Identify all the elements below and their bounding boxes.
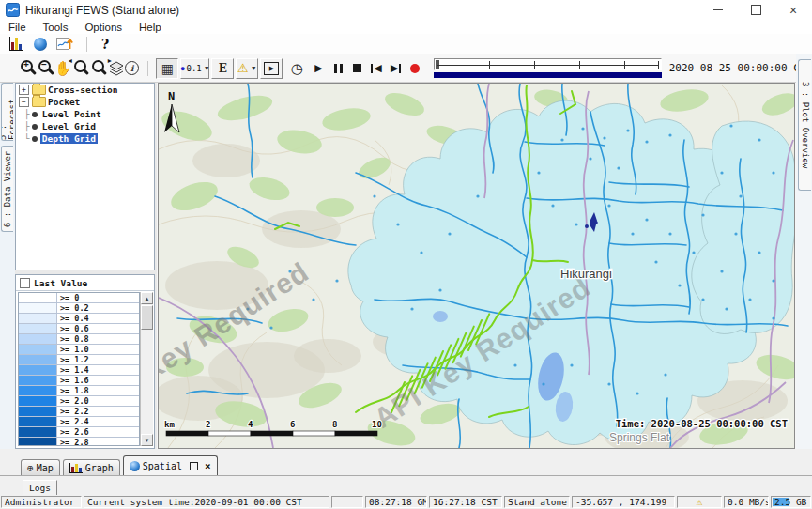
skip-end-button[interactable]: ▶ [389,59,403,78]
legend-row[interactable]: >= 1.4 [19,365,139,376]
panel-close-icon[interactable]: × [205,461,211,471]
logs-button[interactable]: Logs [23,480,57,496]
tree-item-level-grid[interactable]: ├ Level Grid [16,120,154,132]
legend-row-label: >= 1.4 [57,365,139,375]
legend-row[interactable]: >= 2.4 [19,417,139,427]
level-point-dot [758,251,760,254]
legend-color-swatch [19,407,57,416]
menu-tools[interactable]: Tools [35,22,77,33]
tab-plot-overview[interactable]: 3 : Plot Overview [798,59,811,191]
timeseries-button[interactable] [54,36,75,53]
svg-text:2: 2 [206,420,210,429]
legend-row[interactable]: >= 2.2 [19,407,139,417]
skip-start-button[interactable]: ◀ [370,59,384,78]
tab-data-viewer[interactable]: 6 : Data Viewer [1,146,13,232]
tab-forecast[interactable]: 5 : Forecast [1,83,13,141]
town-label: Hikurangi [560,267,612,281]
help-button[interactable]: ? [95,36,115,53]
map-canvas[interactable]: API Key Required API Key Required Hikura… [159,84,794,448]
stop-icon [353,64,361,72]
application-window: Hikurangi FEWS (Stand alone) × File Tool… [0,0,812,509]
minimize-button[interactable] [699,0,737,20]
tab-graph[interactable]: Graph [63,459,120,475]
level-point-dot [513,363,516,366]
tree-item-level-point[interactable]: ├ Level Point [16,108,154,120]
classbreak-select[interactable]: ● 0.1 ▼ [180,58,209,79]
menu-help[interactable]: Help [130,22,170,33]
record-button[interactable] [408,59,422,78]
legend-row[interactable]: >= 0.6 [19,324,139,334]
legend-row[interactable]: >= 2.0 [19,396,139,407]
legend-color-swatch [19,345,57,354]
level-point-dot [373,194,375,197]
close-button[interactable]: × [774,0,812,20]
spatial-display-button[interactable] [30,36,51,53]
level-point-dot [476,194,479,197]
histogram-icon [9,37,23,51]
map-viewport[interactable]: API Key Required API Key Required Hikura… [158,83,795,449]
legend-row[interactable]: >= 1.0 [19,345,139,355]
maximize-button[interactable] [737,0,774,20]
info-button[interactable]: i [125,58,140,79]
movie-export-button[interactable]: ▶ [260,58,283,79]
legend-color-swatch [19,438,57,446]
zoom-in-icon: + [19,59,37,77]
level-point-dot [396,223,399,225]
scroll-up-icon[interactable]: ▲ [141,292,153,304]
status-gmt-time: 08:27:18 GMT [365,496,427,508]
legend-row[interactable]: >= 1.2 [19,355,139,365]
zoom-next-button[interactable]: ▸ [90,58,108,79]
legend-row[interactable]: >= 2.6 [19,427,139,438]
status-memory[interactable]: 2.5 GB [771,496,811,508]
grid-display-button[interactable]: ▦ [156,58,178,79]
animation-settings-button[interactable]: ◷ [289,58,304,79]
play-icon: ▶ [314,62,322,74]
timeline-slider[interactable] [434,58,661,78]
stop-button[interactable] [350,59,364,78]
last-value-checkbox[interactable] [20,278,30,288]
tree-item-depth-grid[interactable]: └ Depth Grid [16,132,154,145]
pause-button[interactable] [331,59,345,78]
level-point-dot [758,138,760,141]
title-bar[interactable]: Hikurangi FEWS (Stand alone) × [0,0,812,20]
legend-color-swatch [19,427,57,437]
collapse-icon[interactable]: − [19,97,29,107]
right-tab-strip: 3 : Plot Overview [796,54,812,449]
legend-row[interactable]: >= 1.6 [19,376,139,386]
legend-color-swatch [19,417,57,426]
legend-row[interactable]: >= 1.8 [19,386,139,396]
legend-row[interactable]: >= 0.8 [19,334,139,345]
zoom-previous-button[interactable]: ◂ [72,58,90,79]
legend-scrollbar[interactable]: ▲ ▼ [140,292,153,446]
tree-item-pocket[interactable]: − Pocket [16,96,154,108]
scrollbar-thumb[interactable] [141,305,153,330]
status-empty-cell [331,496,363,508]
legend-row-label: >= 1.0 [57,345,139,354]
level-point-dot [603,136,605,139]
timeline-track[interactable] [434,58,661,70]
legend-row[interactable]: >= 0.4 [19,314,139,324]
status-bar: Administrator Current system time:2020-0… [0,495,812,509]
warning-triangle-icon: ⚠ [237,62,249,74]
zoom-in-button[interactable]: + [19,58,37,79]
database-chart-button[interactable] [6,36,26,53]
menu-file[interactable]: File [0,22,35,33]
play-button[interactable]: ▶ [312,59,326,78]
level-point-dot [269,326,272,329]
panel-maximize-icon[interactable] [190,462,198,470]
legend-row[interactable]: >= 2.8 [19,438,139,446]
tab-spatial[interactable]: Spatial × [123,455,218,475]
zoom-out-button[interactable]: − [37,58,54,79]
legend-toggle-button[interactable]: E [211,58,234,79]
status-warning-cell[interactable]: ⚠ [677,496,722,508]
legend-row-label: >= 0.4 [57,314,139,323]
scroll-down-icon[interactable]: ▼ [141,434,153,446]
menu-options[interactable]: Options [76,22,130,33]
legend-row[interactable]: >= 0 [19,293,139,303]
tab-map[interactable]: ⊕ Map [21,459,60,475]
expand-icon[interactable]: + [19,85,29,95]
legend-row-label: >= 2.2 [57,407,139,416]
thresholds-select[interactable]: ⚠ ▼ [236,58,258,79]
level-point-dot [410,307,413,310]
legend-row[interactable]: >= 0.2 [19,303,139,314]
